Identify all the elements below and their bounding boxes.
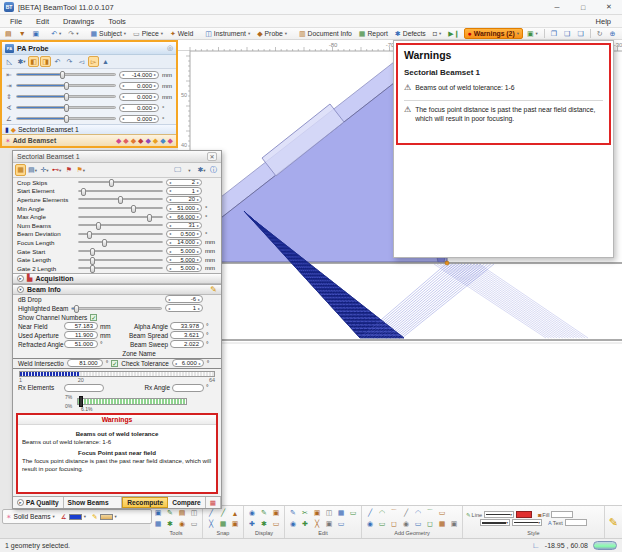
redo-button[interactable]: ↷▾ [65, 28, 81, 39]
defects-button[interactable]: ✱Defects [392, 28, 429, 39]
toolbar-icon[interactable]: ◫ [324, 508, 334, 518]
toolbar-icon[interactable]: ▣ [271, 508, 281, 518]
toolbar-icon[interactable]: ◻ [389, 519, 399, 529]
toolbar-icon[interactable]: ▭ [377, 519, 387, 529]
tolerance-value[interactable]: ◂6.000▸ [172, 359, 204, 367]
panel-close-icon[interactable]: ✕ [207, 152, 217, 161]
focal-mode-icon[interactable]: ✛▾ [39, 164, 50, 176]
pa-probe-title-bar[interactable]: PA PA Probe ◎ [2, 42, 176, 55]
toolbar-icon[interactable]: ▦ [218, 519, 228, 529]
probe-settings-icon[interactable]: ✱▾ [16, 56, 27, 67]
toolbar-icon[interactable]: ⌒ [389, 508, 399, 518]
toolbar-icon[interactable]: ╱ [206, 508, 216, 518]
max-angle-slider[interactable] [78, 216, 163, 218]
beamset-type-8-icon[interactable]: ◆ [168, 137, 173, 145]
line-style-dropdown[interactable]: ▾ [484, 511, 514, 518]
beamset-type-7-icon[interactable]: ◆ [160, 137, 165, 145]
menu-tools[interactable]: Tools [101, 17, 133, 26]
acquisition-section-header[interactable]: ▸ ▙ Acquisition [13, 273, 221, 284]
check-tolerance-checkbox[interactable]: ✓ [111, 360, 118, 367]
angle-warning-icon[interactable]: ▲ [100, 56, 111, 67]
toolbar-icon[interactable]: ◉ [365, 519, 375, 529]
zoom-in-button[interactable]: ⊕ [607, 28, 619, 39]
max-angle-value[interactable]: ◂66.000▸ [166, 213, 202, 221]
expand-icon[interactable]: ▾ [17, 286, 24, 293]
toolbar-icon[interactable]: ✎ [288, 508, 298, 518]
toolbar-icon[interactable]: ✂ [300, 508, 310, 518]
toolbar-icon[interactable]: ✱ [165, 519, 175, 529]
toolbar-icon[interactable]: ◉ [247, 508, 257, 518]
maximize-button[interactable]: □ [570, 0, 596, 14]
menu-help[interactable]: Help [588, 17, 619, 26]
toolbar-icon[interactable]: ▣ [312, 508, 322, 518]
warnings-button[interactable]: ●Warnings (2)▾ [464, 28, 523, 39]
close-button[interactable]: ✕ [596, 0, 622, 14]
probe-skew-value[interactable]: ◂0.000▸ [119, 104, 159, 112]
toolbar-icon[interactable]: ▭ [271, 519, 281, 529]
subject-button[interactable]: ▦Subject▾ [87, 28, 129, 39]
toolbar-icon[interactable]: ✱ [259, 519, 269, 529]
add-beamset-row[interactable]: ✶ Add Beamset ◆ ◆ ◆ ◆ ◆ ◆ ◆ ◆ [2, 134, 176, 146]
toolbar-icon[interactable]: ╱ [365, 508, 375, 518]
gate2-length-value[interactable]: ◂5.000▸ [166, 264, 202, 272]
beamset-select-icon[interactable]: ▦ [15, 164, 26, 176]
toolbar-icon[interactable]: ▭ [348, 508, 358, 518]
toolbar-icon[interactable]: ▣ [230, 519, 240, 529]
toolbar-icon[interactable]: ▤ [177, 508, 187, 518]
beamset-type-6-icon[interactable]: ◆ [153, 137, 158, 145]
flag-alt-icon[interactable]: ⚑▾ [75, 164, 86, 176]
rotate-right-icon[interactable]: ↷ [64, 56, 75, 67]
minimize-button[interactable]: ─ [544, 0, 570, 14]
display-mode-icon[interactable]: ▤▾ [27, 164, 38, 176]
focus-length-value[interactable]: ◂14.000▸ [166, 239, 202, 247]
probe-y-value[interactable]: ◂0.000▸ [119, 82, 159, 90]
report-button[interactable]: ▦Report [356, 28, 391, 39]
expand-icon[interactable]: ▸ [17, 275, 24, 282]
fill-field[interactable] [551, 511, 573, 518]
view-split-button[interactable]: ❏ [561, 28, 573, 39]
start-element-slider[interactable] [78, 190, 163, 192]
focus-length-slider[interactable] [78, 241, 163, 243]
min-angle-value[interactable]: ◂51.000▸ [166, 204, 202, 212]
document-info-button[interactable]: ▥Document Info [296, 28, 355, 39]
probe-x-value[interactable]: ◂-14.000▸ [119, 71, 159, 79]
arrow-style-dropdown[interactable]: ▾ [512, 519, 542, 526]
beamset-list-item[interactable]: ▮ ◆ Sectorial Beamset 1 [2, 124, 176, 134]
crop-skips-value[interactable]: ◂2▸ [166, 179, 202, 187]
menu-file[interactable]: File [3, 17, 29, 26]
beam-info-section-header[interactable]: ▾ Beam Info ✎ [13, 284, 221, 295]
num-beams-value[interactable]: ◂31▸ [166, 222, 202, 230]
flip-horizontal-icon[interactable]: ◧ [28, 56, 39, 67]
probe-z-value[interactable]: ◂0.000▸ [119, 93, 159, 101]
annotate-pencil-icon[interactable]: ✎ [605, 506, 622, 538]
new-button[interactable]: ▤ [2, 28, 15, 39]
rx-elements-field[interactable] [64, 384, 104, 392]
probe-tilt-slider[interactable] [16, 117, 116, 120]
probe-tilt-value[interactable]: ◂0.000▸ [119, 115, 159, 123]
beam-color-swatch[interactable] [69, 514, 82, 520]
toolbar-icon[interactable]: ╱ [401, 508, 411, 518]
toolbar-icon[interactable]: ╳ [312, 519, 322, 529]
text-field[interactable] [565, 519, 587, 526]
view-single-button[interactable]: ❐ [548, 28, 560, 39]
toolbar-icon[interactable]: ╱ [218, 508, 228, 518]
solid-beams-label[interactable]: Solid Beams [14, 513, 51, 520]
flag-tools-icon[interactable]: ⚑ [63, 164, 74, 176]
rotate-left-icon[interactable]: ↶ [52, 56, 63, 67]
highlighted-beam-slider[interactable] [71, 307, 162, 310]
view-cascade-button[interactable]: ❏ [574, 28, 586, 39]
toolbar-icon[interactable]: ✚ [300, 519, 310, 529]
beamset-type-4-icon[interactable]: ◆ [138, 137, 143, 145]
toolbar-icon[interactable]: ✎ [259, 508, 269, 518]
gate-start-value[interactable]: ◂5.000▸ [166, 247, 202, 255]
probe-y-slider[interactable] [16, 84, 116, 87]
instrument-button[interactable]: ◫Instrument▾ [202, 28, 253, 39]
flip-vertical-icon[interactable]: ◨ [40, 56, 51, 67]
toolbar-icon[interactable]: ⌒ [425, 508, 435, 518]
aperture-elements-slider[interactable] [78, 198, 163, 200]
min-angle-slider[interactable] [78, 207, 163, 209]
toolbar-icon[interactable]: ◉ [288, 519, 298, 529]
compare-button[interactable]: Compare [168, 497, 206, 508]
recompute-button[interactable]: Recompute [122, 497, 168, 508]
probe-button[interactable]: ◆Probe▾ [254, 28, 290, 39]
